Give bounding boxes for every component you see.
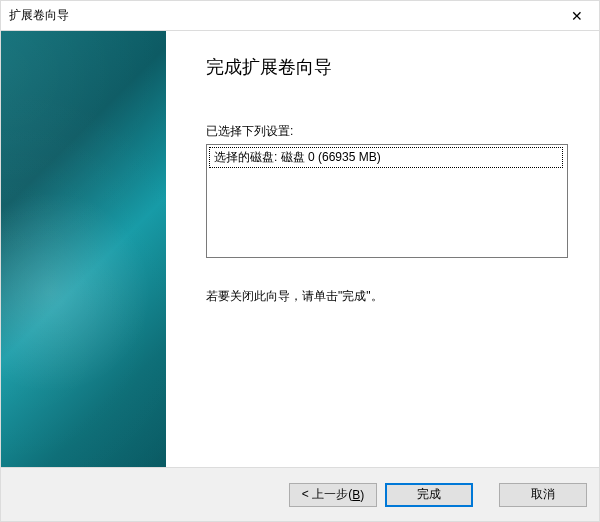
wizard-side-graphic bbox=[1, 31, 166, 467]
wizard-body: 完成扩展卷向导 已选择下列设置: 选择的磁盘: 磁盘 0 (66935 MB) … bbox=[1, 31, 599, 467]
window-title: 扩展卷向导 bbox=[9, 7, 69, 24]
page-title: 完成扩展卷向导 bbox=[206, 55, 571, 79]
settings-label: 已选择下列设置: bbox=[206, 123, 571, 140]
wizard-content: 完成扩展卷向导 已选择下列设置: 选择的磁盘: 磁盘 0 (66935 MB) … bbox=[166, 31, 599, 467]
title-bar: 扩展卷向导 ✕ bbox=[1, 1, 599, 31]
back-button[interactable]: < 上一步(B) bbox=[289, 483, 377, 507]
list-item[interactable]: 选择的磁盘: 磁盘 0 (66935 MB) bbox=[209, 147, 563, 168]
instruction-text: 若要关闭此向导，请单击"完成"。 bbox=[206, 288, 571, 305]
close-button[interactable]: ✕ bbox=[554, 1, 599, 30]
finish-button[interactable]: 完成 bbox=[385, 483, 473, 507]
wizard-footer: < 上一步(B) 完成 取消 bbox=[1, 467, 599, 521]
back-button-suffix: ) bbox=[360, 488, 364, 502]
settings-listbox[interactable]: 选择的磁盘: 磁盘 0 (66935 MB) bbox=[206, 144, 568, 258]
back-button-prefix: < 上一步( bbox=[302, 486, 352, 503]
wizard-window: 扩展卷向导 ✕ 完成扩展卷向导 已选择下列设置: 选择的磁盘: 磁盘 0 (66… bbox=[0, 0, 600, 522]
cancel-button[interactable]: 取消 bbox=[499, 483, 587, 507]
back-button-key: B bbox=[352, 488, 360, 502]
